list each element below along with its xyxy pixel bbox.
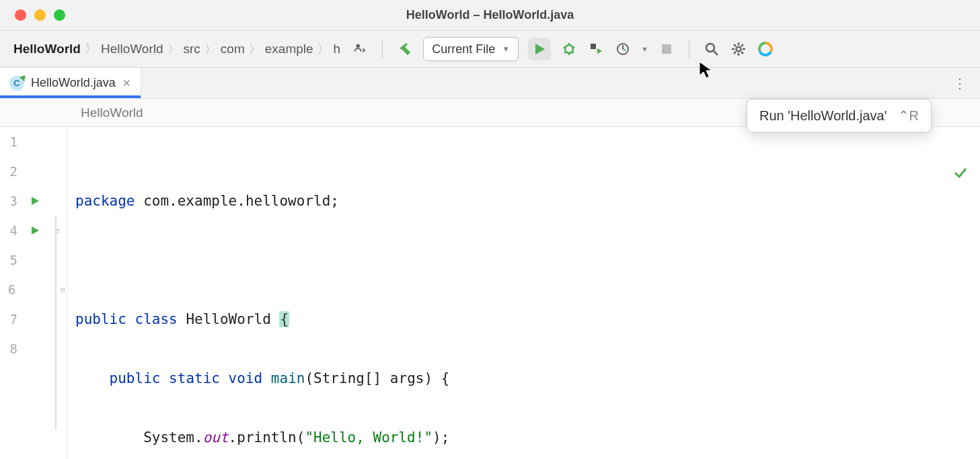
t: public	[75, 311, 126, 327]
gear-icon[interactable]	[730, 40, 747, 58]
breadcrumb-seg[interactable]: HelloWorld	[101, 42, 163, 56]
svg-point-0	[356, 44, 361, 48]
line-number: 2	[7, 164, 17, 179]
run-config-label: Current File	[432, 42, 495, 56]
fold-expand-icon[interactable]: ⊟	[59, 286, 67, 294]
t: System.	[143, 429, 203, 446]
window-title: HelloWorld – HelloWorld.java	[406, 8, 574, 22]
tab-menu-icon[interactable]: ⋮	[953, 75, 968, 91]
scope-guide	[55, 216, 56, 429]
line-number: 6	[7, 282, 15, 297]
run-gutter-icon[interactable]	[30, 225, 40, 236]
code-with-me-icon[interactable]	[351, 40, 369, 58]
breadcrumb-seg[interactable]: h	[334, 42, 341, 56]
build-icon[interactable]	[396, 40, 414, 58]
code-area[interactable]: package com.example.helloworld; public c…	[67, 127, 980, 459]
divider	[689, 40, 689, 58]
close-window-button[interactable]	[15, 9, 26, 21]
t: com.example.helloworld	[135, 193, 331, 209]
t: {	[279, 311, 289, 327]
t: public	[110, 370, 161, 386]
t: void	[229, 370, 263, 386]
chevron-right-icon: 〉	[204, 41, 217, 57]
close-tab-icon[interactable]: ✕	[122, 77, 131, 89]
search-icon[interactable]	[703, 40, 720, 58]
chevron-down-icon[interactable]: ▼	[641, 45, 648, 53]
jetbrains-logo-icon[interactable]	[757, 40, 774, 58]
run-config-selector[interactable]: Current File ▼	[423, 37, 519, 61]
line-number: 8	[7, 341, 17, 356]
breadcrumb-seg[interactable]: src	[184, 42, 200, 56]
chevron-right-icon: 〉	[85, 41, 97, 57]
t: class	[135, 311, 178, 327]
run-gutter-icon[interactable]	[30, 196, 40, 206]
chevron-right-icon: 〉	[317, 41, 330, 57]
coverage-icon[interactable]	[587, 40, 605, 58]
java-class-icon: C	[9, 76, 24, 91]
t: static	[169, 370, 220, 386]
svg-rect-3	[662, 44, 671, 54]
line-number: 3	[7, 194, 17, 208]
fold-collapse-icon[interactable]: ⊟	[52, 226, 62, 235]
profiler-icon[interactable]	[614, 40, 632, 58]
line-number: 5	[7, 253, 17, 267]
tooltip-shortcut: ⌃R	[898, 108, 919, 124]
breadcrumb-seg[interactable]: example	[265, 42, 313, 56]
debug-icon[interactable]	[560, 40, 578, 58]
breadcrumb[interactable]: HelloWorld 〉 HelloWorld 〉 src 〉 com 〉 ex…	[13, 41, 340, 57]
line-number: 7	[7, 312, 17, 327]
titlebar: HelloWorld – HelloWorld.java	[0, 0, 980, 31]
t: .println(	[229, 429, 305, 446]
t: "Hello, World!"	[305, 429, 432, 446]
file-tab[interactable]: C HelloWorld.java ✕	[0, 68, 141, 98]
minimize-window-button[interactable]	[34, 9, 46, 21]
divider	[382, 40, 383, 58]
analysis-ok-icon[interactable]	[902, 131, 968, 220]
gutter[interactable]: 1 2 3 4 ⊟ 5 6⊟ 7 8	[0, 127, 67, 459]
t: HelloWorld	[186, 311, 270, 327]
t: ;	[330, 193, 339, 209]
t: package	[75, 193, 135, 209]
navigation-bar: HelloWorld 〉 HelloWorld 〉 src 〉 com 〉 ex…	[0, 31, 980, 68]
chevron-right-icon: 〉	[167, 41, 180, 57]
stop-icon[interactable]	[658, 40, 675, 58]
editor-tabs: C HelloWorld.java ✕ ⋮	[0, 68, 980, 99]
breadcrumb-seg[interactable]: com	[221, 42, 245, 56]
t: main	[271, 370, 305, 386]
breadcrumb-seg[interactable]: HelloWorld	[13, 42, 81, 56]
traffic-lights	[0, 9, 65, 21]
t: (String[] args) {	[305, 370, 449, 386]
toolbar-icons: Current File ▼ ▼	[351, 37, 774, 61]
svg-point-5	[736, 47, 741, 52]
line-number: 1	[7, 134, 17, 149]
run-button[interactable]	[528, 38, 551, 60]
run-tooltip: Run 'HelloWorld.java' ⌃R	[747, 99, 932, 132]
t: out	[203, 429, 229, 446]
editor: 1 2 3 4 ⊟ 5 6⊟ 7 8 package com.example.h…	[0, 127, 980, 459]
line-number: 4	[7, 223, 17, 238]
svg-point-4	[706, 44, 714, 52]
t: );	[432, 429, 449, 446]
context-label: HelloWorld	[81, 106, 143, 120]
zoom-window-button[interactable]	[54, 9, 65, 21]
file-tab-label: HelloWorld.java	[31, 76, 116, 90]
chevron-down-icon: ▼	[502, 44, 510, 54]
chevron-right-icon: 〉	[249, 41, 261, 57]
tooltip-text: Run 'HelloWorld.java'	[759, 108, 887, 124]
